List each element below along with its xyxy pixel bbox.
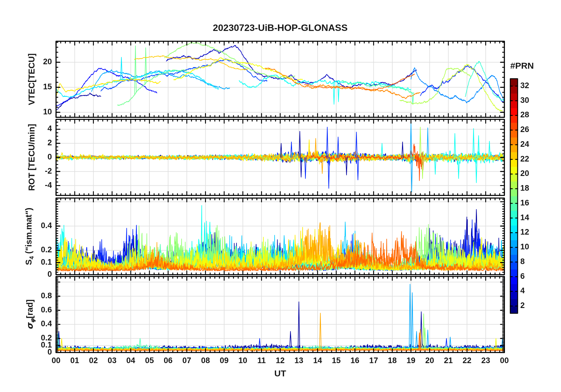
- x-tick-label: 23: [481, 356, 490, 365]
- x-tick-label: 17: [369, 356, 378, 365]
- colorbar-tick-label: 26: [520, 125, 529, 134]
- y-tick-label: 0.1: [0, 258, 52, 267]
- y-tick-label: 0.6: [0, 305, 52, 314]
- x-tick-label: 00: [52, 356, 60, 365]
- y-tick-label: 0.4: [0, 319, 52, 328]
- y-tick-label: 0.2: [0, 245, 52, 254]
- chart-title: 20230723-UiB-HOP-GLONASS: [56, 22, 504, 33]
- colorbar-tick-label: 32: [520, 81, 529, 90]
- x-tick-label: 00: [500, 356, 509, 365]
- y-tick-label: 2: [0, 138, 52, 147]
- y-tick-label: 0: [0, 152, 52, 162]
- colorbar-tick-label: 20: [520, 169, 529, 178]
- x-tick-label: 09: [220, 356, 229, 365]
- x-tick-label: 19: [406, 356, 415, 365]
- colorbar-tick-label: 2: [520, 301, 525, 310]
- x-tick-label: 06: [164, 356, 173, 365]
- x-tick-label: 18: [388, 356, 397, 365]
- colorbar-tick-label: 4: [520, 286, 525, 295]
- figure-root: 20230723-UiB-HOP-GLONASS VTEC[TECU] ROT …: [0, 0, 561, 392]
- y-axis-label-s4: S4 ("ism.mat"): [24, 208, 35, 265]
- colorbar-tick-label: 24: [520, 140, 529, 149]
- x-tick-label: 03: [108, 356, 117, 365]
- y-tick-label: 10: [0, 107, 52, 116]
- y-tick-label: 20: [0, 57, 52, 66]
- x-tick-label: 01: [70, 356, 79, 365]
- chart-canvas: [0, 0, 561, 392]
- y-tick-label: 0.4: [0, 221, 52, 230]
- x-tick-label: 22: [462, 356, 471, 365]
- x-tick-label: 11: [257, 356, 266, 365]
- x-tick-label: 20: [425, 356, 434, 365]
- x-tick-label: 04: [126, 356, 135, 365]
- colorbar-tick-label: 12: [520, 228, 529, 237]
- x-tick-label: 21: [444, 356, 453, 365]
- x-tick-label: 10: [238, 356, 247, 365]
- x-axis-label: UT: [56, 368, 504, 378]
- y-tick-label: 0.8: [0, 291, 52, 300]
- y-tick-label: 0: [0, 270, 52, 279]
- x-tick-label: 14: [313, 356, 322, 365]
- colorbar-tick-label: 30: [520, 96, 529, 105]
- colorbar-tick-label: 6: [520, 272, 525, 281]
- colorbar-tick-label: 18: [520, 184, 529, 193]
- y-tick-label: 4: [0, 124, 52, 133]
- colorbar-title: #PRN: [503, 61, 541, 71]
- x-tick-label: 16: [350, 356, 359, 365]
- x-tick-label: 02: [89, 356, 98, 365]
- colorbar-tick-label: 22: [520, 154, 529, 164]
- y-tick-label: -2: [0, 167, 52, 176]
- colorbar-tick-label: 16: [520, 198, 529, 207]
- x-tick-label: 13: [294, 356, 303, 365]
- y-tick-label: 15: [0, 82, 52, 91]
- x-tick-label: 05: [145, 356, 154, 365]
- y-tick-label: -4: [0, 181, 52, 190]
- colorbar-tick-label: 14: [520, 213, 529, 222]
- colorbar-tick-label: 8: [520, 257, 525, 266]
- x-tick-label: 12: [276, 356, 285, 365]
- x-tick-label: 15: [332, 356, 341, 365]
- x-tick-label: 08: [201, 356, 210, 365]
- y-tick-label: 0.2: [0, 333, 52, 342]
- x-tick-label: 07: [182, 356, 191, 365]
- colorbar-tick-label: 28: [520, 110, 529, 119]
- colorbar-tick-label: 10: [520, 242, 529, 251]
